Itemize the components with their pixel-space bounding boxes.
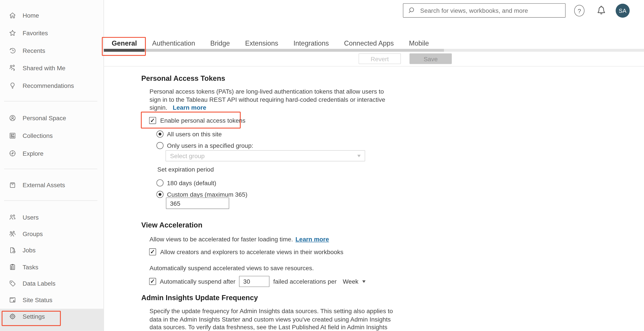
sidebar-item-favorites[interactable]: Favorites <box>0 25 104 41</box>
tab-bridge[interactable]: Bridge <box>210 39 230 47</box>
section-title-admin-insights: Admin Insights Update Frequency <box>141 294 258 302</box>
collections-icon <box>8 131 16 139</box>
allow-accel-label: Allow creators and explorers to accelera… <box>160 248 343 256</box>
section-title-view-acceleration: View Acceleration <box>141 221 202 230</box>
home-icon <box>8 11 16 19</box>
auto-suspend-checkbox[interactable]: ✓ <box>149 278 156 285</box>
tab-active-underline <box>104 49 145 52</box>
person-circle-icon <box>8 114 16 122</box>
revert-button[interactable]: Revert <box>358 53 401 64</box>
sidebar-item-jobs[interactable]: Jobs <box>0 242 104 259</box>
archive-icon <box>8 181 16 189</box>
sidebar-item-label: Site Status <box>23 297 52 304</box>
help-icon[interactable] <box>574 5 584 16</box>
enable-pat-label: Enable personal access tokens <box>160 117 246 124</box>
sidebar-divider <box>4 101 98 101</box>
scope-group-label: Only users in a specified group: <box>167 142 253 149</box>
scope-all-users-radio[interactable] <box>156 131 163 137</box>
scope-all-users-row: All users on this site <box>156 131 222 138</box>
users-icon <box>8 213 16 221</box>
save-button[interactable]: Save <box>410 53 452 64</box>
sidebar-divider <box>4 169 98 169</box>
expiration-180-label: 180 days (default) <box>167 179 216 187</box>
star-icon <box>8 29 16 37</box>
avatar[interactable]: SA <box>616 4 630 18</box>
allow-accel-row: ✓ Allow creators and explorers to accele… <box>149 248 344 256</box>
tab-general[interactable]: General <box>112 39 137 47</box>
sidebar-item-label: Personal Space <box>23 114 66 121</box>
admin-insights-description: Specify the update frequency for Admin I… <box>150 307 393 331</box>
avatar-initials: SA <box>619 7 626 14</box>
sidebar-item-label: Settings <box>23 313 45 320</box>
tab-authentication[interactable]: Authentication <box>152 39 195 47</box>
search-box <box>403 3 566 18</box>
sidebar-item-tasks[interactable]: Tasks <box>0 259 104 275</box>
section-title-pat: Personal Access Tokens <box>141 74 225 83</box>
sidebar-item-label: Shared with Me <box>23 64 66 72</box>
expiration-180-row: 180 days (default) <box>156 179 216 187</box>
sidebar-item-personal-space[interactable]: Personal Space <box>0 110 104 126</box>
tab-track <box>104 49 444 52</box>
custom-days-input[interactable] <box>166 198 229 209</box>
expiration-label: Set expiration period <box>157 166 214 173</box>
sidebar-item-label: Recommendations <box>23 82 74 89</box>
tab-connected-apps[interactable]: Connected Apps <box>344 39 394 47</box>
sidebar-item-label: Recents <box>23 47 46 54</box>
bell-icon <box>596 4 607 16</box>
jobs-icon <box>8 246 16 254</box>
pat-learn-more-link[interactable]: Learn more <box>173 104 206 111</box>
shared-icon <box>8 64 16 72</box>
history-icon <box>8 47 16 55</box>
scope-group-row: Only users in a specified group: <box>156 142 253 149</box>
sidebar-item-collections[interactable]: Collections <box>0 127 104 144</box>
chevron-down-icon <box>357 155 361 157</box>
gear-icon <box>8 313 16 320</box>
search-icon <box>408 6 416 14</box>
group-select-placeholder: Select group <box>170 152 357 159</box>
sidebar-item-label: Favorites <box>23 29 48 36</box>
sidebar-divider <box>4 200 98 201</box>
expiration-custom-radio[interactable] <box>156 191 163 198</box>
notifications-bell-icon[interactable] <box>596 4 607 18</box>
tableau-settings-page: Home Favorites Recents Shared with Me Re… <box>0 0 644 331</box>
sidebar-item-recommendations[interactable]: Recommendations <box>0 77 104 94</box>
sidebar-item-data-labels[interactable]: Data Labels <box>0 275 104 292</box>
sidebar-item-home[interactable]: Home <box>0 7 104 23</box>
search-input[interactable] <box>419 6 565 14</box>
sidebar-item-label: Jobs <box>23 247 36 254</box>
site-status-icon <box>8 296 16 304</box>
view-accel-learn-more-link[interactable]: Learn more <box>296 236 329 243</box>
suspend-description: Automatically suspend accelerated views … <box>150 265 314 272</box>
suspend-suffix-label: failed accelerations per <box>273 278 337 285</box>
expiration-custom-label: Custom days (maximum 365) <box>167 191 248 198</box>
sidebar-item-label: Groups <box>23 230 43 237</box>
sidebar-item-users[interactable]: Users <box>0 209 104 226</box>
sidebar-item-external-assets[interactable]: External Assets <box>0 177 104 193</box>
sidebar-item-shared-with-me[interactable]: Shared with Me <box>0 60 104 76</box>
tab-extensions[interactable]: Extensions <box>245 39 278 47</box>
sidebar-item-label: External Assets <box>23 181 65 188</box>
suspend-threshold-input[interactable] <box>239 276 270 287</box>
suspend-period-select[interactable]: Week <box>343 278 358 285</box>
sidebar-item-label: Collections <box>23 132 53 139</box>
sidebar: Home Favorites Recents Shared with Me Re… <box>0 0 104 331</box>
tab-mobile[interactable]: Mobile <box>409 39 429 47</box>
tab-integrations[interactable]: Integrations <box>294 39 329 47</box>
enable-pat-checkbox[interactable]: ✓ <box>149 117 156 124</box>
sidebar-item-label: Explore <box>23 150 44 157</box>
sidebar-item-label: Tasks <box>23 264 38 271</box>
sidebar-item-label: Users <box>23 214 39 221</box>
scope-group-radio[interactable] <box>156 142 163 149</box>
expiration-180-radio[interactable] <box>156 179 163 186</box>
auto-suspend-label: Automatically suspend after <box>160 278 236 285</box>
sidebar-item-settings[interactable]: Settings <box>0 308 104 325</box>
view-accel-description: Allow views to be accelerated for faster… <box>150 236 329 243</box>
sidebar-item-explore[interactable]: Explore <box>0 145 104 161</box>
group-select-dropdown[interactable]: Select group <box>166 150 365 161</box>
sidebar-item-groups[interactable]: Groups <box>0 226 104 242</box>
groups-icon <box>8 230 16 238</box>
sidebar-item-site-status[interactable]: Site Status <box>0 292 104 308</box>
sidebar-item-recents[interactable]: Recents <box>0 42 104 59</box>
chevron-down-icon[interactable] <box>362 280 365 283</box>
allow-accel-checkbox[interactable]: ✓ <box>149 248 156 256</box>
